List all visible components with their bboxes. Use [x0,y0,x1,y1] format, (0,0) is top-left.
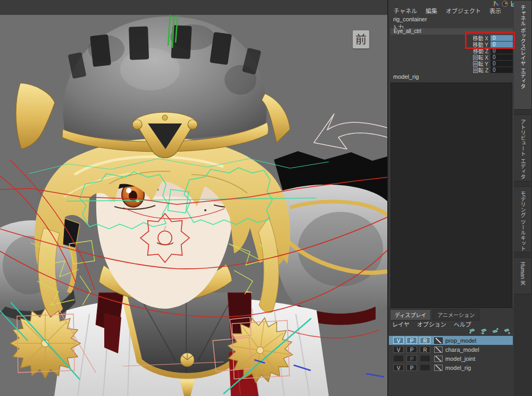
channel-attribute-row[interactable]: 回転 Y0 [388,60,514,67]
layer-toggle-v[interactable]: V [393,346,404,353]
channel-box-empty-area [390,82,512,308]
channel-attribute-label[interactable]: 回転 Z [473,66,488,74]
node-name-row[interactable]: Eye_all_ctrl [390,28,513,35]
layer-toggle-v[interactable]: V [393,364,404,371]
layer-row[interactable]: VPRchara_model [389,345,513,354]
menu-edit[interactable]: 編集 [426,6,437,15]
layer-editor-tabs: ディスプレイアニメーション [390,309,479,320]
menu-show[interactable]: 表示 [489,6,501,15]
create-layer-from-selected-icon[interactable] [480,328,487,334]
layer-color-swatch[interactable] [434,365,443,371]
viewport-scene [0,15,387,396]
layer-toggle-v[interactable]: V [393,337,404,344]
move-layer-up-icon[interactable] [492,328,499,334]
node-title[interactable]: rig_container [393,16,427,22]
layer-toggle-p[interactable]: P [406,346,417,353]
sphere-key-icon[interactable] [502,1,509,7]
tab-attribute-editor[interactable]: アトリビュート エディタ [514,114,532,182]
channel-value-field[interactable]: 0 [491,54,513,60]
menu-options[interactable]: オプション [417,320,446,328]
layer-toggle-r[interactable]: R [420,337,430,344]
channel-value-field[interactable]: 0 [491,67,513,73]
layer-row[interactable]: Pmodel_joint [389,354,513,363]
tab-channel-box-layer-editor[interactable]: チャネル ボックス/レイヤ エディタ [514,0,532,110]
channel-value-field[interactable]: 0 [491,61,513,67]
channel-attribute-row[interactable]: 回転 Z0 [388,67,514,73]
channel-value-field[interactable]: 0 [491,42,513,47]
create-empty-layer-icon[interactable] [468,328,476,334]
layer-row[interactable]: VPmodel_rig [389,363,513,372]
layer-name[interactable]: model_rig [445,365,471,371]
layer-toggle-r[interactable]: R [420,346,430,353]
layer-color-swatch[interactable] [434,346,443,353]
layer-toggle-p[interactable]: P [406,337,417,344]
tab-display[interactable]: ディスプレイ [390,309,431,320]
channel-box-menubar: チャネル編集オブジェクト表示 [394,6,501,15]
layer-name[interactable]: chara_model [445,346,479,353]
channel-attribute-row[interactable]: 移動 Y0 [388,41,514,47]
output-node-name[interactable]: model_rig [393,73,419,80]
channel-box-panel: チャネル編集オブジェクト表示 rig_container 入力 Eye_all_… [387,0,514,396]
layer-toggle-empty[interactable] [420,355,430,362]
layer-color-swatch[interactable] [434,356,443,362]
layer-editor-menubar: レイヤオプションヘルプ [392,320,471,328]
layer-toggle-empty[interactable] [393,355,404,362]
layer-row[interactable]: VPRprop_model [389,336,513,345]
channel-attribute-row[interactable]: 移動 X0 [388,35,514,41]
viewport-topbar [0,0,387,15]
layer-toggle-p[interactable]: P [406,355,417,362]
channel-value-field[interactable]: 0 [491,48,513,54]
move-layer-down-icon[interactable] [503,328,511,334]
channel-attribute-list: 移動 X0移動 Y0移動 Z0回転 X0回転 Y0回転 Z0 [388,35,514,73]
layer-editor-buttons [468,328,511,334]
panel-tab-strip: チャネル ボックス/レイヤ エディタアトリビュート エディタモデリング ツールキ… [514,0,532,396]
channel-attribute-row[interactable]: 移動 Z0 [388,47,514,54]
viewport[interactable]: 前 [0,0,387,396]
layer-editor: ディスプレイアニメーション レイヤオプションヘルプ [388,308,515,396]
view-orientation-label: 前 [353,30,369,48]
tab-modeling-toolkit[interactable]: モデリング ツールキット [514,186,532,252]
channel-value-field[interactable]: 0 [491,35,513,41]
tab-animation[interactable]: アニメーション [433,309,479,320]
maya-window: 前 チャネル編集オブジェクト表示 rig_container 入力 Eye_al… [0,0,532,396]
menu-help[interactable]: ヘルプ [454,320,471,328]
menu-layers[interactable]: レイヤ [392,320,410,328]
tab-human-ik[interactable]: Human IK [514,257,532,294]
layer-color-swatch[interactable] [434,337,443,344]
layer-toggle-p[interactable]: P [406,364,417,371]
layer-name[interactable]: prop_model [445,337,476,344]
channel-attribute-row[interactable]: 回転 X0 [388,54,514,60]
layer-list: VPRprop_modelVPRchara_modelPmodel_jointV… [389,336,513,372]
layer-toggle-empty[interactable] [420,364,430,371]
menu-object[interactable]: オブジェクト [446,6,481,15]
menu-channels[interactable]: チャネル [394,6,417,15]
layer-name[interactable]: model_joint [445,356,475,362]
